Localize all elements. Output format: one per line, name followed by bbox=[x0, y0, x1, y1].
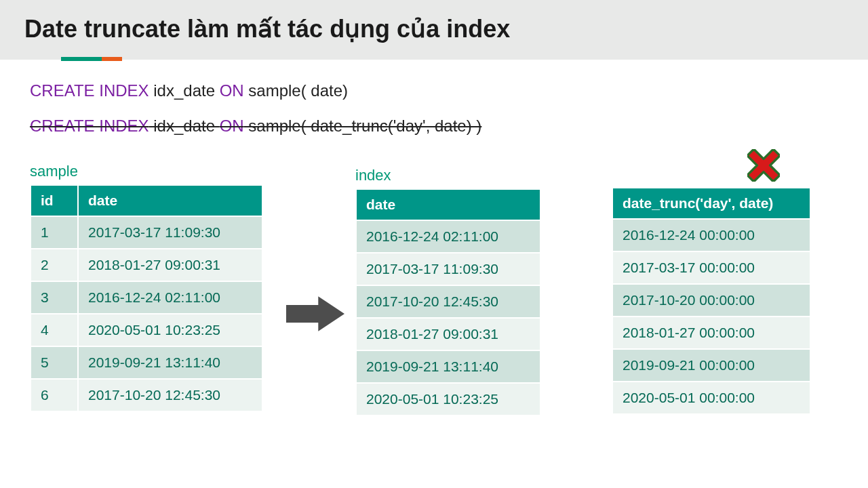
table-row: 2016-12-24 00:00:00 bbox=[613, 220, 810, 251]
table-row: 42020-05-01 10:23:25 bbox=[31, 314, 262, 346]
table-row: 62017-10-20 12:45:30 bbox=[31, 380, 262, 411]
table-row: 2020-05-01 10:23:25 bbox=[357, 384, 540, 415]
sql-keyword: CREATE INDEX bbox=[30, 117, 149, 135]
accent-bar bbox=[61, 57, 122, 61]
sql-text: sample( date) bbox=[244, 81, 348, 100]
sample-table: id date 12017-03-17 11:09:30 22018-01-27… bbox=[30, 184, 263, 412]
title-bar: Date truncate làm mất tác dụng của index bbox=[0, 0, 868, 60]
table-row: 2020-05-01 00:00:00 bbox=[613, 382, 810, 413]
sql-text: sample( date_trunc('day', date) ) bbox=[244, 117, 482, 135]
table-row: 2017-03-17 00:00:00 bbox=[613, 252, 810, 283]
table-row: 32016-12-24 02:11:00 bbox=[31, 282, 262, 313]
index-table: date 2016-12-24 02:11:00 2017-03-17 11:0… bbox=[355, 188, 541, 416]
tables-area: sample id date 12017-03-17 11:09:30 2201… bbox=[30, 163, 838, 481]
sql-keyword: ON bbox=[220, 117, 244, 135]
slide-body: CREATE INDEX idx_date ON sample( date) C… bbox=[0, 61, 868, 481]
trunc-table: date_trunc('day', date) 2016-12-24 00:00… bbox=[612, 187, 811, 415]
arrow-right-icon bbox=[286, 295, 344, 333]
svg-marker-1 bbox=[747, 149, 780, 182]
index-table-wrap: index date 2016-12-24 02:11:00 2017-03-1… bbox=[355, 167, 541, 416]
slide: Date truncate làm mất tác dụng của index… bbox=[0, 0, 868, 488]
table-row: 2019-09-21 00:00:00 bbox=[613, 350, 810, 381]
col-trunc: date_trunc('day', date) bbox=[613, 188, 810, 218]
table-row: 2017-10-20 12:45:30 bbox=[357, 286, 540, 317]
svg-marker-0 bbox=[286, 296, 344, 331]
sql-keyword: CREATE INDEX bbox=[30, 81, 149, 100]
col-date: date bbox=[79, 186, 262, 216]
col-id: id bbox=[31, 186, 77, 216]
sample-table-wrap: sample id date 12017-03-17 11:09:30 2201… bbox=[30, 163, 263, 412]
table-row: 52019-09-21 13:11:40 bbox=[31, 347, 262, 378]
table-row: 2018-01-27 00:00:00 bbox=[613, 317, 810, 348]
sample-table-title: sample bbox=[30, 163, 263, 180]
sql-line-2-strikethrough: CREATE INDEX idx_date ON sample( date_tr… bbox=[30, 117, 838, 136]
table-row: 2017-03-17 11:09:30 bbox=[357, 253, 540, 285]
sql-line-1: CREATE INDEX idx_date ON sample( date) bbox=[30, 81, 838, 100]
table-row: 22018-01-27 09:00:31 bbox=[31, 249, 262, 281]
sql-text: idx_date bbox=[149, 81, 220, 100]
index-table-title: index bbox=[355, 167, 541, 184]
table-row: 2018-01-27 09:00:31 bbox=[357, 319, 540, 350]
table-row: 12017-03-17 11:09:30 bbox=[31, 217, 262, 248]
table-row: 2019-09-21 13:11:40 bbox=[357, 351, 540, 382]
cross-icon bbox=[747, 149, 780, 182]
table-row: 2016-12-24 02:11:00 bbox=[357, 221, 540, 252]
col-date: date bbox=[357, 190, 540, 220]
table-row: 2017-10-20 00:00:00 bbox=[613, 285, 810, 316]
sql-text: idx_date bbox=[149, 117, 220, 135]
sql-keyword: ON bbox=[220, 81, 244, 100]
trunc-table-wrap: date_trunc('day', date) 2016-12-24 00:00… bbox=[612, 187, 811, 415]
slide-title: Date truncate làm mất tác dụng của index bbox=[24, 15, 844, 43]
